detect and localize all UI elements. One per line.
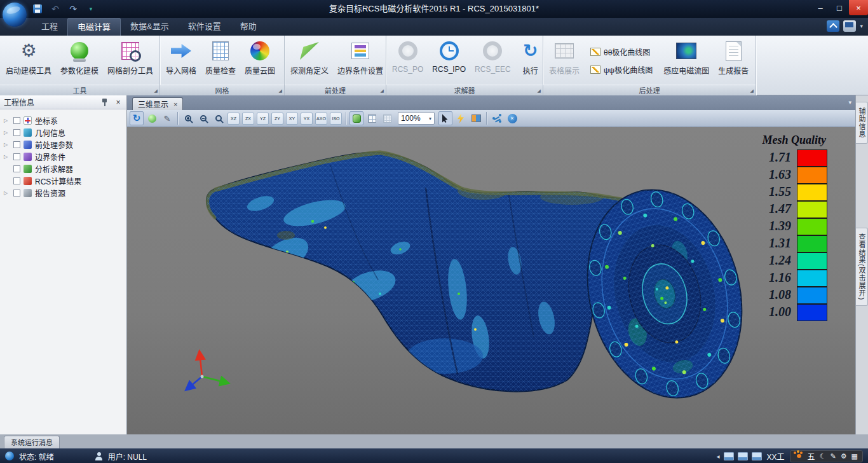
generate-report-button[interactable]: 生成报告 — [714, 38, 752, 84]
tree-item-boundary-condition[interactable]: ▷ 边界条件 — [0, 151, 126, 163]
tab-list-dropdown-icon[interactable]: ▾ — [848, 99, 851, 106]
checkbox[interactable] — [13, 177, 20, 184]
group-launcher-icon[interactable]: ◢ — [750, 88, 754, 93]
launch-modeling-tool-button[interactable]: ⚙ 启动建模工具 — [2, 38, 55, 84]
ime-pencil-icon[interactable]: ✎ — [831, 452, 836, 460]
mesh-partition-tool-button[interactable]: 网格剖分工具 — [104, 38, 157, 84]
ime-settings-icon[interactable]: ⚙ — [841, 452, 847, 460]
probe-angle-button[interactable]: 探测角定义 — [287, 38, 332, 84]
checkbox[interactable] — [13, 141, 20, 148]
expand-arrow-icon[interactable]: ▷ — [4, 154, 10, 160]
menu-tab-settings[interactable]: 软件设置 — [179, 18, 231, 36]
view-iso-button[interactable]: ISO — [330, 113, 342, 125]
collapse-ribbon-icon[interactable] — [827, 20, 839, 32]
auxiliary-info-tab[interactable]: 辅助信息 — [856, 102, 868, 144]
legend-swatch — [797, 218, 827, 235]
redo-button[interactable]: ↷ — [66, 3, 80, 15]
zoom-in-button[interactable] — [181, 111, 195, 125]
tree-item-coordinate-system[interactable]: ▷ 坐标系 — [0, 114, 126, 127]
view-axo-button[interactable]: AXO — [315, 113, 327, 125]
probe-button[interactable] — [454, 111, 468, 125]
execute-button[interactable]: ↻ 执行 — [516, 38, 545, 84]
menu-tab-em-compute[interactable]: 电磁计算 — [67, 18, 121, 36]
window-preview-icon[interactable] — [752, 452, 762, 460]
checkbox[interactable] — [13, 165, 20, 172]
ime-keyboard-icon[interactable]: ▦ — [851, 452, 858, 460]
system-messages-tab[interactable]: 系统运行消息 — [4, 436, 60, 448]
zoom-out-button[interactable] — [196, 111, 210, 125]
grid-view-button[interactable] — [380, 111, 394, 125]
close-button[interactable]: × — [849, 0, 868, 15]
minimize-button[interactable]: – — [811, 0, 830, 15]
tray-expand-icon[interactable]: ◂ — [717, 453, 720, 460]
export-view-button[interactable] — [490, 111, 504, 125]
ime-wubi-indicator[interactable]: 五 — [808, 451, 815, 462]
checkbox[interactable] — [13, 117, 20, 124]
expand-arrow-icon[interactable]: ▷ — [4, 118, 10, 123]
boundary-condition-button[interactable]: 边界条件设置 — [334, 38, 387, 84]
rcs-ipo-button[interactable]: RCS_IPO — [428, 38, 470, 84]
undo-button[interactable]: ↶ — [48, 3, 62, 15]
pin-icon[interactable] — [102, 98, 107, 106]
tree-item-analysis-solver[interactable]: ▷ 分析求解器 — [0, 163, 126, 175]
ime-moon-icon[interactable]: ☾ — [820, 452, 826, 460]
tree-item-preprocess-params[interactable]: ▷ 前处理参数 — [0, 139, 126, 151]
view-results-tab[interactable]: 查看结果(双击展开) — [856, 228, 868, 306]
view-yx-button[interactable]: YX — [301, 113, 313, 125]
display-settings-icon[interactable] — [843, 20, 856, 32]
wireframe-view-button[interactable] — [365, 111, 379, 125]
display-settings-dropdown-icon[interactable]: ▾ — [860, 23, 863, 29]
parametric-modeling-button[interactable]: 参数化建模 — [57, 38, 102, 84]
window-preview-icon[interactable] — [738, 452, 748, 460]
group-launcher-icon[interactable]: ◢ — [381, 88, 384, 93]
theta-polarization-curve-button[interactable]: θθ极化曲线图 — [587, 45, 656, 59]
view-xy-button[interactable]: XY — [286, 113, 298, 125]
view-xz-button[interactable]: XZ — [227, 113, 240, 125]
group-launcher-icon[interactable]: ◢ — [279, 88, 282, 93]
save-button[interactable] — [31, 3, 44, 15]
induced-current-map-button[interactable]: 感应电磁流图 — [660, 38, 713, 84]
group-launcher-icon[interactable]: ◢ — [538, 88, 541, 93]
checkbox[interactable] — [13, 153, 20, 160]
quality-check-button[interactable]: 质量检查 — [201, 38, 240, 84]
psi-polarization-curve-button[interactable]: ψψ极化曲线图 — [587, 62, 656, 77]
checkbox[interactable] — [13, 190, 20, 197]
tree-item-rcs-results[interactable]: ▷ RCS计算结果 — [0, 175, 126, 187]
quality-cloud-button[interactable]: 质量云图 — [241, 38, 279, 84]
maximize-button[interactable]: □ — [830, 0, 849, 15]
viewport-3d[interactable]: Mesh Quality 1.71 1.63 1.55 1.47 1.39 1.… — [127, 127, 855, 434]
shaded-sphere-button[interactable] — [145, 111, 159, 125]
menu-tab-data-display[interactable]: 数据&显示 — [121, 18, 179, 36]
view-zy-button[interactable]: ZY — [271, 113, 283, 125]
group-launcher-icon[interactable]: ◢ — [154, 88, 158, 93]
expand-arrow-icon[interactable]: ▷ — [4, 130, 10, 135]
close-tab-icon[interactable]: × — [173, 100, 177, 108]
panel-close-icon[interactable]: × — [114, 98, 123, 107]
app-logo-icon[interactable] — [3, 3, 27, 27]
tab-3d-display[interactable]: 三维显示 × — [132, 97, 183, 110]
checkbox[interactable] — [13, 129, 20, 136]
clear-view-button[interactable]: × — [505, 111, 519, 125]
tree-item-report-resources[interactable]: ▷ 报告资源 — [0, 187, 126, 199]
mesh-model-canvas[interactable] — [127, 127, 855, 434]
mesh-model[interactable] — [207, 153, 763, 415]
quick-access-dropdown-icon[interactable]: ▾ — [84, 3, 98, 15]
orbit-button[interactable]: ↻ — [130, 111, 144, 125]
sketch-button[interactable]: ✎ — [160, 111, 174, 125]
menu-tab-project[interactable]: 工程 — [32, 18, 67, 36]
window-preview-icon[interactable] — [724, 452, 734, 460]
view-zx-button[interactable]: ZX — [242, 113, 254, 125]
expand-arrow-icon[interactable]: ▷ — [4, 142, 10, 148]
group-label-tools: 工具 — [73, 85, 87, 95]
import-mesh-button[interactable]: 导入网格 — [162, 38, 200, 84]
view-yz-button[interactable]: YZ — [257, 113, 269, 125]
zoom-level-select[interactable]: 100% ▾ — [398, 112, 435, 125]
ime-paw-icon[interactable] — [797, 454, 801, 458]
palette-button[interactable] — [469, 111, 483, 125]
shaded-view-button[interactable] — [349, 111, 363, 125]
menu-tab-help[interactable]: 帮助 — [231, 18, 266, 36]
select-cursor-button[interactable] — [438, 111, 452, 125]
zoom-window-button[interactable] — [212, 111, 226, 125]
tree-item-geometry-info[interactable]: ▷ 几何信息 — [0, 127, 126, 139]
expand-arrow-icon[interactable]: ▷ — [4, 190, 10, 196]
